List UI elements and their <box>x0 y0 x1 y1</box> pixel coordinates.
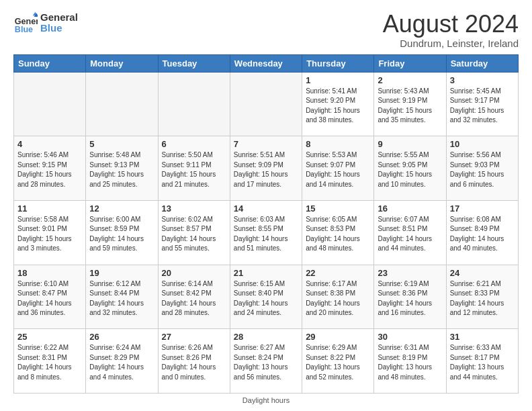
calendar-cell: 14Sunrise: 6:03 AMSunset: 8:55 PMDayligh… <box>230 200 302 265</box>
day-number: 15 <box>306 203 370 214</box>
day-number: 28 <box>234 332 298 342</box>
day-info: Sunrise: 6:21 AMSunset: 8:33 PMDaylight:… <box>450 279 515 318</box>
calendar-cell: 15Sunrise: 6:05 AMSunset: 8:53 PMDayligh… <box>302 200 374 265</box>
day-info: Sunrise: 6:29 AMSunset: 8:22 PMDaylight:… <box>306 343 370 382</box>
calendar-cell: 31Sunrise: 6:33 AMSunset: 8:17 PMDayligh… <box>446 329 518 394</box>
calendar-cell: 18Sunrise: 6:10 AMSunset: 8:47 PMDayligh… <box>14 265 86 329</box>
calendar-cell: 19Sunrise: 6:12 AMSunset: 8:44 PMDayligh… <box>86 265 158 329</box>
day-number: 22 <box>306 268 370 278</box>
calendar-header-saturday: Saturday <box>446 54 518 72</box>
day-number: 27 <box>162 332 226 342</box>
day-number: 13 <box>162 203 226 214</box>
header: General Blue General Blue August 2024 Du… <box>13 11 519 49</box>
day-info: Sunrise: 6:15 AMSunset: 8:40 PMDaylight:… <box>234 279 298 318</box>
calendar-header-monday: Monday <box>86 54 158 72</box>
footer-note: Daylight hours <box>13 396 519 404</box>
day-info: Sunrise: 6:08 AMSunset: 8:49 PMDaylight:… <box>450 215 515 254</box>
subtitle: Dundrum, Leinster, Ireland <box>383 38 519 49</box>
calendar-cell: 13Sunrise: 6:02 AMSunset: 8:57 PMDayligh… <box>158 200 230 265</box>
calendar-cell: 29Sunrise: 6:29 AMSunset: 8:22 PMDayligh… <box>302 329 374 394</box>
calendar-cell <box>158 72 230 136</box>
calendar-table: SundayMondayTuesdayWednesdayThursdayFrid… <box>13 54 519 394</box>
calendar-cell: 26Sunrise: 6:24 AMSunset: 8:29 PMDayligh… <box>86 329 158 394</box>
calendar-cell: 12Sunrise: 6:00 AMSunset: 8:59 PMDayligh… <box>86 200 158 265</box>
day-number: 8 <box>306 139 370 149</box>
day-info: Sunrise: 6:33 AMSunset: 8:17 PMDaylight:… <box>450 343 515 382</box>
day-info: Sunrise: 5:55 AMSunset: 9:05 PMDaylight:… <box>378 150 442 189</box>
calendar-cell: 16Sunrise: 6:07 AMSunset: 8:51 PMDayligh… <box>374 200 446 265</box>
calendar-cell: 27Sunrise: 6:26 AMSunset: 8:26 PMDayligh… <box>158 329 230 394</box>
calendar-header-friday: Friday <box>374 54 446 72</box>
calendar-header-tuesday: Tuesday <box>158 54 230 72</box>
day-info: Sunrise: 5:48 AMSunset: 9:13 PMDaylight:… <box>89 150 154 189</box>
day-info: Sunrise: 6:07 AMSunset: 8:51 PMDaylight:… <box>378 215 442 254</box>
logo-blue: Blue <box>40 23 78 34</box>
calendar-cell: 30Sunrise: 6:31 AMSunset: 8:19 PMDayligh… <box>374 329 446 394</box>
day-number: 11 <box>17 203 82 214</box>
logo: General Blue General Blue <box>13 11 78 35</box>
calendar-header-row: SundayMondayTuesdayWednesdayThursdayFrid… <box>14 54 519 72</box>
day-info: Sunrise: 6:12 AMSunset: 8:44 PMDaylight:… <box>89 279 154 318</box>
calendar-cell: 1Sunrise: 5:41 AMSunset: 9:20 PMDaylight… <box>302 72 374 136</box>
calendar-cell <box>230 72 302 136</box>
day-number: 19 <box>89 268 154 278</box>
day-info: Sunrise: 6:14 AMSunset: 8:42 PMDaylight:… <box>162 279 226 318</box>
calendar-cell: 4Sunrise: 5:46 AMSunset: 9:15 PMDaylight… <box>14 136 86 201</box>
calendar-cell: 11Sunrise: 5:58 AMSunset: 9:01 PMDayligh… <box>14 200 86 265</box>
calendar-header-thursday: Thursday <box>302 54 374 72</box>
calendar-header-wednesday: Wednesday <box>230 54 302 72</box>
day-number: 17 <box>450 203 515 214</box>
day-number: 21 <box>234 268 298 278</box>
day-info: Sunrise: 5:45 AMSunset: 9:17 PMDaylight:… <box>450 87 515 126</box>
day-number: 30 <box>378 332 442 342</box>
day-info: Sunrise: 5:46 AMSunset: 9:15 PMDaylight:… <box>17 150 82 189</box>
day-number: 14 <box>234 203 298 214</box>
day-info: Sunrise: 6:24 AMSunset: 8:29 PMDaylight:… <box>89 343 154 382</box>
calendar-week-2: 4Sunrise: 5:46 AMSunset: 9:15 PMDaylight… <box>14 136 519 201</box>
logo-general: General <box>40 12 78 24</box>
calendar-cell: 6Sunrise: 5:50 AMSunset: 9:11 PMDaylight… <box>158 136 230 201</box>
day-info: Sunrise: 6:19 AMSunset: 8:36 PMDaylight:… <box>378 279 442 318</box>
day-info: Sunrise: 5:51 AMSunset: 9:09 PMDaylight:… <box>234 150 298 189</box>
calendar-cell: 20Sunrise: 6:14 AMSunset: 8:42 PMDayligh… <box>158 265 230 329</box>
calendar-cell <box>14 72 86 136</box>
day-info: Sunrise: 5:53 AMSunset: 9:07 PMDaylight:… <box>306 150 370 189</box>
day-info: Sunrise: 6:31 AMSunset: 8:19 PMDaylight:… <box>378 343 442 382</box>
calendar-cell: 5Sunrise: 5:48 AMSunset: 9:13 PMDaylight… <box>86 136 158 201</box>
svg-text:Blue: Blue <box>15 25 33 34</box>
logo-icon: General Blue <box>13 11 38 35</box>
calendar-cell: 17Sunrise: 6:08 AMSunset: 8:49 PMDayligh… <box>446 200 518 265</box>
day-number: 6 <box>162 139 226 149</box>
day-number: 12 <box>89 203 154 214</box>
day-info: Sunrise: 5:58 AMSunset: 9:01 PMDaylight:… <box>17 215 82 254</box>
day-number: 7 <box>234 139 298 149</box>
calendar-week-4: 18Sunrise: 6:10 AMSunset: 8:47 PMDayligh… <box>14 265 519 329</box>
calendar-week-1: 1Sunrise: 5:41 AMSunset: 9:20 PMDaylight… <box>14 72 519 136</box>
main-title: August 2024 <box>383 11 519 38</box>
calendar-cell: 24Sunrise: 6:21 AMSunset: 8:33 PMDayligh… <box>446 265 518 329</box>
day-info: Sunrise: 5:43 AMSunset: 9:19 PMDaylight:… <box>378 87 442 126</box>
day-number: 29 <box>306 332 370 342</box>
calendar-week-5: 25Sunrise: 6:22 AMSunset: 8:31 PMDayligh… <box>14 329 519 394</box>
day-info: Sunrise: 6:10 AMSunset: 8:47 PMDaylight:… <box>17 279 82 318</box>
day-info: Sunrise: 6:00 AMSunset: 8:59 PMDaylight:… <box>89 215 154 254</box>
day-number: 2 <box>378 75 442 85</box>
day-number: 4 <box>17 139 82 149</box>
day-info: Sunrise: 5:56 AMSunset: 9:03 PMDaylight:… <box>450 150 515 189</box>
calendar-cell: 21Sunrise: 6:15 AMSunset: 8:40 PMDayligh… <box>230 265 302 329</box>
day-info: Sunrise: 6:22 AMSunset: 8:31 PMDaylight:… <box>17 343 82 382</box>
day-number: 24 <box>450 268 515 278</box>
page: General Blue General Blue August 2024 Du… <box>0 0 532 411</box>
calendar-cell: 9Sunrise: 5:55 AMSunset: 9:05 PMDaylight… <box>374 136 446 201</box>
day-info: Sunrise: 6:03 AMSunset: 8:55 PMDaylight:… <box>234 215 298 254</box>
day-info: Sunrise: 6:26 AMSunset: 8:26 PMDaylight:… <box>162 343 226 382</box>
calendar-cell: 22Sunrise: 6:17 AMSunset: 8:38 PMDayligh… <box>302 265 374 329</box>
day-number: 16 <box>378 203 442 214</box>
day-number: 23 <box>378 268 442 278</box>
day-number: 18 <box>17 268 82 278</box>
calendar-cell: 3Sunrise: 5:45 AMSunset: 9:17 PMDaylight… <box>446 72 518 136</box>
day-number: 20 <box>162 268 226 278</box>
calendar-cell: 28Sunrise: 6:27 AMSunset: 8:24 PMDayligh… <box>230 329 302 394</box>
day-number: 1 <box>306 75 370 85</box>
calendar-cell <box>86 72 158 136</box>
